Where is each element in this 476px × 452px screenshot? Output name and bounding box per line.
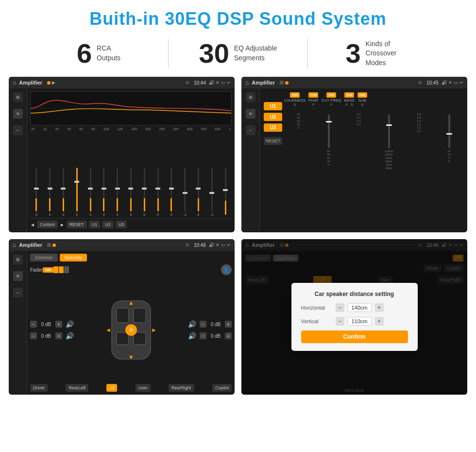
fader-plus-4[interactable]: +	[225, 332, 232, 339]
fader-close-icon: ✕	[216, 243, 220, 247]
fader-minus-1[interactable]: −	[30, 321, 37, 328]
cross-location-icon: ⊙	[418, 80, 422, 85]
all-btn[interactable]: All	[106, 384, 117, 392]
eq-slider-10[interactable]: 0	[152, 168, 164, 216]
vertical-plus-btn[interactable]: +	[375, 317, 384, 326]
copilot-btn[interactable]: Copilot	[212, 384, 232, 392]
phat-on-badge[interactable]: ON	[308, 92, 318, 98]
freq-40: 40	[55, 127, 59, 131]
ch6-slider[interactable]	[448, 114, 450, 148]
cross-dot-icon	[285, 81, 289, 85]
u1-btn[interactable]: U1	[89, 221, 101, 228]
custom-preset-btn[interactable]: Custom	[37, 221, 58, 228]
screen-eq-header: ⌂ Amplifier ▶ ⊙ 10:44 🔊 ✕ ▭ ↩	[9, 77, 235, 88]
eq-slider-13[interactable]: 0	[192, 168, 205, 216]
bass-label: BASS	[344, 98, 355, 103]
fader-plus-1[interactable]: +	[55, 321, 62, 328]
eq-slider-5[interactable]: 0	[84, 168, 97, 216]
toggle-btn-3[interactable]	[64, 266, 69, 273]
eq-slider-1[interactable]: 0	[30, 168, 43, 216]
cross-sidebar-icon-1[interactable]: ⊞	[246, 92, 255, 102]
eq-slider-3[interactable]: 0	[57, 168, 70, 216]
eq-slider-12[interactable]: -1	[179, 168, 191, 216]
fader-minus-4[interactable]: −	[200, 332, 206, 339]
toggle-btn-2[interactable]	[59, 266, 64, 273]
eq-sidebar-icon-2[interactable]: ≋	[13, 109, 23, 119]
bass-on-badge[interactable]: ON	[344, 92, 354, 98]
loudness-sub: G	[293, 103, 296, 106]
vertical-value: 110cm	[347, 317, 372, 326]
cross-sidebar-icon-3[interactable]: ↔	[246, 125, 255, 135]
horizontal-plus-btn[interactable]: +	[375, 303, 384, 312]
sub-label: SUB	[358, 98, 366, 103]
user-btn[interactable]: User	[136, 384, 151, 392]
cross-reset-btn[interactable]: RESET	[264, 137, 282, 145]
eq-slider-7[interactable]: 0	[111, 168, 124, 216]
fader-icon-1	[47, 243, 51, 247]
eq-slider-8[interactable]: 0	[125, 168, 137, 216]
cross-u3-btn[interactable]: U3	[264, 123, 282, 132]
fader-plus-2[interactable]: +	[55, 332, 62, 339]
speaker-icon-4: 🔊	[188, 332, 196, 340]
fader-sidebar-icon-1[interactable]: ⊞	[13, 255, 23, 264]
loudness-on-badge[interactable]: ON	[290, 92, 300, 98]
eq-slider-15[interactable]	[219, 168, 232, 216]
cross-right-icons: 🔊 ✕ ▭ ↩	[442, 80, 463, 85]
svg-text:◄: ◄	[105, 327, 111, 333]
u3-btn[interactable]: U3	[116, 221, 127, 228]
freq-125: 125	[117, 127, 123, 131]
rear-left-btn[interactable]: RearLeft	[66, 384, 88, 392]
fader-profile-icon[interactable]: 👤	[221, 264, 232, 275]
sub-on-badge[interactable]: ON	[357, 92, 367, 98]
confirm-button[interactable]: Confirm	[301, 330, 408, 343]
fader-time: 10:46	[194, 243, 206, 248]
cross-home-icon[interactable]: ⌂	[245, 79, 249, 86]
cross-sidebar-icon-2[interactable]: ≋	[246, 109, 255, 119]
next-btn[interactable]: ►	[60, 222, 65, 227]
rear-right-btn[interactable]: RearRight	[169, 384, 194, 392]
fader-minus-2[interactable]: −	[30, 332, 37, 339]
cross-u1-btn[interactable]: U1	[264, 102, 282, 110]
tab-specialty[interactable]: Specialty	[60, 254, 87, 261]
speaker-icon-2: 🔊	[66, 332, 74, 340]
eq-slider-6[interactable]: 0	[98, 168, 110, 216]
eq-sliders-row: 0 0 0 5 0 0 0 0 0 0 0 -1 0 -1	[30, 132, 232, 218]
toggle-btn-1[interactable]	[53, 266, 58, 273]
eq-sidebar-icon-3[interactable]: ↔	[13, 125, 23, 135]
eq-slider-14[interactable]: -1	[205, 168, 218, 216]
fader-top-row: Fader ON 👤	[30, 264, 232, 275]
ch5-labels: 3.02.52.01.51.00.5	[417, 113, 421, 133]
driver-btn[interactable]: Driver	[30, 384, 48, 392]
home-icon[interactable]: ⌂	[13, 79, 16, 86]
fader-on-badge[interactable]: ON	[43, 267, 53, 273]
eq-slider-9[interactable]: 0	[138, 168, 151, 216]
fader-home-icon[interactable]: ⌂	[13, 242, 16, 248]
fader-db-val-4: 0 dB	[208, 333, 223, 339]
fader-sidebar-icon-2[interactable]: ≋	[13, 271, 23, 281]
cross-screen-title: Amplifier	[252, 80, 275, 86]
eq-slider-11[interactable]: 0	[165, 168, 178, 216]
expand-icon[interactable]: »	[229, 127, 231, 131]
prev-btn[interactable]: ◄	[30, 222, 35, 227]
eq-header-icons: ▶	[47, 80, 55, 85]
loudness-label: LOUDNESS	[284, 98, 306, 103]
cutfreq-on-badge[interactable]: ON	[326, 92, 336, 98]
eq-right-icons: 🔊 ✕ ▭ ↩	[209, 80, 231, 85]
cross-u2-btn[interactable]: U2	[264, 113, 282, 121]
reset-btn[interactable]: RESET	[67, 221, 87, 228]
fader-tabs: Common Specialty	[30, 254, 232, 261]
fader-minus-3[interactable]: −	[200, 321, 206, 328]
fader-sidebar-icon-3[interactable]: ↔	[13, 288, 23, 297]
u2-btn[interactable]: U2	[102, 221, 114, 228]
fader-plus-3[interactable]: +	[225, 321, 232, 328]
eq-slider-2[interactable]: 0	[44, 168, 56, 216]
tab-common[interactable]: Common	[30, 254, 58, 261]
vertical-minus-btn[interactable]: −	[336, 317, 344, 326]
eq-sidebar-icon-1[interactable]: ⊞	[13, 92, 23, 102]
horizontal-minus-btn[interactable]: −	[336, 303, 344, 312]
ch1-slider[interactable]	[328, 114, 330, 148]
ch3-slider[interactable]	[388, 114, 390, 148]
eq-slider-4[interactable]: 5	[70, 168, 83, 216]
cross-speaker-icon: 🔊	[442, 80, 447, 85]
fader-right-db-controls: 🔊 − 0 dB + 🔊 − 0 dB +	[188, 279, 232, 381]
